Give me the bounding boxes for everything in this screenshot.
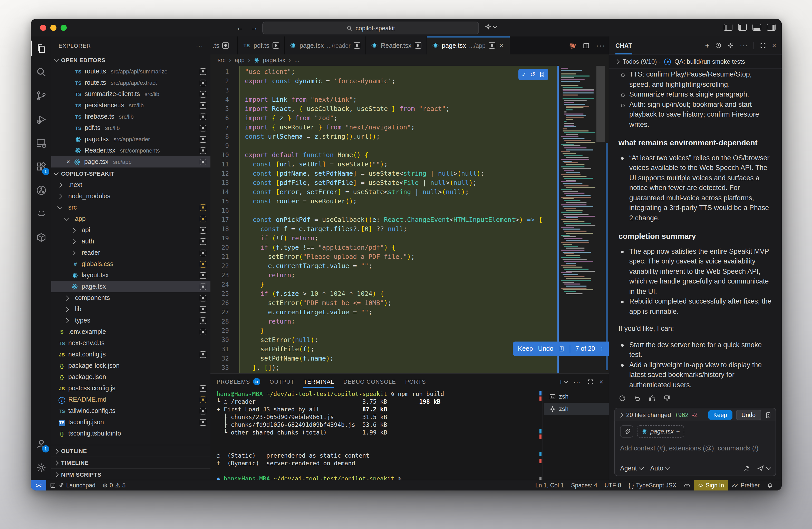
open-editor-item[interactable]: TSpdf.tssrc/lib xyxy=(51,122,211,133)
toggle-primary-sidebar-icon[interactable] xyxy=(738,24,747,31)
minimize-window-button[interactable] xyxy=(50,25,56,31)
dirty-indicator[interactable] xyxy=(200,306,206,313)
open-editor-item[interactable]: TSfirebase.tssrc/lib xyxy=(51,111,211,122)
minimap[interactable] xyxy=(557,66,595,373)
dirty-indicator[interactable] xyxy=(200,351,206,358)
accept-check-icon[interactable]: ✓ xyxy=(521,71,527,78)
toggle-secondary-sidebar-icon[interactable] xyxy=(767,24,775,31)
formatter-status[interactable]: ✓✓ Prettier xyxy=(728,480,763,490)
close-tab-icon[interactable]: × xyxy=(498,42,505,49)
terminal-instance-zsh-copilot[interactable]: zsh xyxy=(544,403,609,415)
dirty-indicator[interactable] xyxy=(200,238,206,245)
dirty-indicator[interactable] xyxy=(415,42,421,49)
dirty-indicator[interactable] xyxy=(200,125,206,131)
close-window-button[interactable] xyxy=(40,25,46,31)
dirty-indicator[interactable] xyxy=(200,295,206,301)
tab-terminal[interactable]: TERMINAL xyxy=(304,374,334,389)
new-chat-icon[interactable]: + xyxy=(705,41,710,50)
notifications-button[interactable] xyxy=(763,480,777,490)
tab-debug-console[interactable]: DEBUG CONSOLE xyxy=(343,374,396,389)
sidebar-item-run-debug[interactable] xyxy=(31,108,51,131)
dirty-indicator[interactable] xyxy=(200,204,206,211)
tree-file-README.md[interactable]: iREADME.md xyxy=(51,394,211,405)
copilot-menu-button[interactable] xyxy=(484,23,497,30)
chat-input[interactable]: page.tsx + Add context (#), extensions (… xyxy=(614,421,776,476)
tree-file-postcss.config.js[interactable]: JSpostcss.config.js xyxy=(51,383,211,394)
panel-more-actions[interactable]: ··· xyxy=(573,378,582,385)
open-editor-item[interactable]: page.tsxsrc/app/reader xyxy=(51,133,211,145)
code-editor[interactable]: 1234567891011121314151617181920212223242… xyxy=(211,66,609,373)
command-center-search[interactable]: copilot-speakit xyxy=(262,22,479,34)
open-editor-item[interactable]: ×page.tsxsrc/app xyxy=(51,156,211,168)
chat-more-actions[interactable]: ··· xyxy=(740,42,748,49)
sidebar-item-source-control[interactable] xyxy=(31,84,51,108)
previous-change-icon[interactable]: ↑ xyxy=(600,345,604,352)
cursor-position[interactable]: Ln 1, Col 1 xyxy=(532,480,567,490)
back-arrow-icon[interactable]: ← xyxy=(236,23,244,33)
dirty-indicator[interactable] xyxy=(200,79,206,86)
dirty-indicator[interactable] xyxy=(200,249,206,256)
dirty-indicator[interactable] xyxy=(200,385,206,391)
undo-edits-icon[interactable] xyxy=(633,395,641,402)
tree-folder-lib[interactable]: lib xyxy=(51,303,211,315)
dirty-indicator[interactable] xyxy=(222,42,229,49)
undo-all-button[interactable]: Undo xyxy=(736,410,761,420)
maximize-panel-icon[interactable] xyxy=(587,378,594,385)
configure-tools-icon[interactable] xyxy=(743,465,750,472)
editor-more-actions[interactable]: ··· xyxy=(596,41,606,50)
open-editor-item[interactable]: TSpersistence.tssrc/lib xyxy=(51,100,211,111)
sidebar-item-remote-explorer[interactable] xyxy=(31,131,51,155)
tree-file-package-lock.json[interactable]: {}package-lock.json xyxy=(51,360,211,371)
close-chat-icon[interactable]: × xyxy=(772,42,776,49)
tab-ports[interactable]: PORTS xyxy=(405,374,426,389)
dirty-indicator[interactable] xyxy=(200,136,206,143)
tree-folder-reader[interactable]: reader xyxy=(51,247,211,258)
dirty-indicator[interactable] xyxy=(354,42,360,49)
tab-route-ts-clipped[interactable]: .ts xyxy=(211,37,238,55)
tab-problems[interactable]: PROBLEMS 5 xyxy=(217,374,260,389)
editor-scrollbar[interactable] xyxy=(595,66,609,373)
dirty-indicator[interactable] xyxy=(272,42,279,49)
keep-all-button[interactable]: Keep xyxy=(708,410,732,419)
todos-bar[interactable]: Todos (9/10) - QA: build/run smoke tests xyxy=(609,55,782,69)
sidebar-item-explorer[interactable] xyxy=(31,37,51,60)
agent-mode-dropdown[interactable]: Agent xyxy=(620,465,643,472)
encoding[interactable]: UTF-8 xyxy=(601,480,625,490)
chat-history-icon[interactable] xyxy=(715,42,722,49)
tree-folder-auth[interactable]: auth xyxy=(51,236,211,247)
context-chip-page-tsx[interactable]: page.tsx + xyxy=(637,425,684,438)
tree-file-globals.css[interactable]: #globals.css xyxy=(51,258,211,270)
close-panel-icon[interactable]: × xyxy=(599,378,604,385)
project-root-header[interactable]: COPILOT-SPEAKIT xyxy=(51,168,211,179)
tab-page-tsx-reader[interactable]: page.tsx .../reader xyxy=(285,37,366,55)
npm-scripts-section[interactable]: NPM SCRIPTS xyxy=(51,468,211,480)
sidebar-item-scm-graph[interactable] xyxy=(31,178,51,202)
thumbs-up-icon[interactable] xyxy=(648,395,656,402)
sidebar-item-search[interactable] xyxy=(31,60,51,84)
tree-folder-types[interactable]: types xyxy=(51,315,211,326)
tab-pdf-ts[interactable]: TS pdf.ts xyxy=(238,37,285,55)
tree-file-layout.tsx[interactable]: layout.tsx xyxy=(51,270,211,281)
open-editors-header[interactable]: OPEN EDITORS xyxy=(51,55,211,66)
dirty-indicator[interactable] xyxy=(200,408,206,414)
undo-button[interactable]: Undo xyxy=(538,345,553,352)
tree-file-next-env.d.ts[interactable]: TSnext-env.d.ts xyxy=(51,338,211,349)
chat-response[interactable]: TTS: confirm Play/Pause/Resume/Stop, spe… xyxy=(609,68,782,409)
dirty-indicator[interactable] xyxy=(200,283,206,290)
settings-button[interactable] xyxy=(31,456,51,479)
open-editor-item[interactable]: Reader.tsxsrc/components xyxy=(51,145,211,156)
terminal-output[interactable]: hans@Hans-MBA ~/dev/ai-tool-test/copilot… xyxy=(217,390,537,481)
dirty-indicator[interactable] xyxy=(200,158,206,165)
tree-folder-api[interactable]: api xyxy=(51,225,211,236)
tree-folder-node_modules[interactable]: node_modules xyxy=(51,190,211,202)
tree-file-next.config.js[interactable]: JSnext.config.js xyxy=(51,349,211,360)
regenerate-icon[interactable] xyxy=(619,395,626,402)
tree-folder-components[interactable]: components xyxy=(51,292,211,303)
tab-reader-tsx[interactable]: Reader.tsx xyxy=(366,37,427,55)
dirty-indicator[interactable] xyxy=(200,91,206,97)
sidebar-item-extensions[interactable]: 1 xyxy=(31,155,51,178)
indentation[interactable]: Spaces: 4 xyxy=(567,480,601,490)
dirty-indicator[interactable] xyxy=(200,396,206,403)
open-editor-item[interactable]: TSroute.tssrc/app/api/extract xyxy=(51,77,211,88)
dirty-indicator[interactable] xyxy=(200,102,206,109)
